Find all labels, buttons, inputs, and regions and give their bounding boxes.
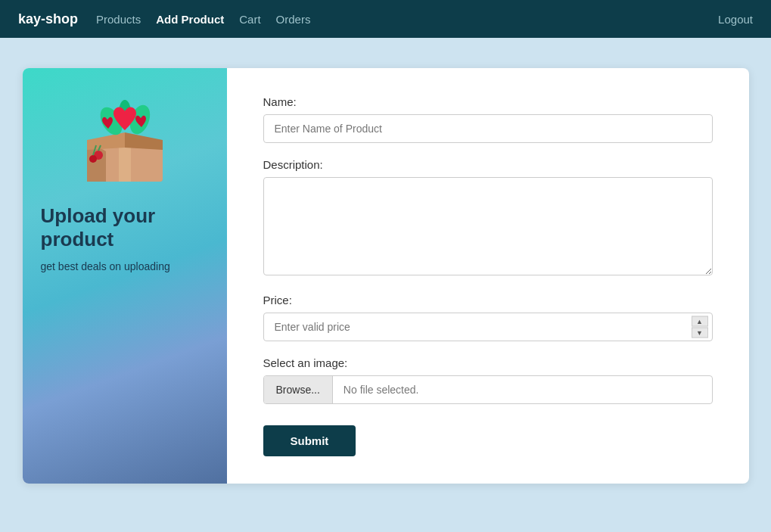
logout-link[interactable]: Logout — [718, 13, 753, 26]
file-input-wrapper: Browse... No file selected. — [263, 375, 713, 404]
description-label: Description: — [263, 158, 713, 171]
browse-button[interactable]: Browse... — [264, 376, 333, 403]
price-input[interactable] — [263, 313, 713, 341]
product-card: Upload your product get best deals on up… — [23, 68, 749, 484]
nav-add-product[interactable]: Add Product — [156, 13, 224, 26]
nav-links: Products Add Product Cart Orders — [96, 13, 718, 26]
price-spinner: ▲ ▼ — [692, 316, 708, 338]
brand-logo: kay-shop — [18, 11, 78, 27]
name-label: Name: — [263, 95, 713, 108]
price-input-wrapper: ▲ ▼ — [263, 313, 713, 341]
form-panel: Name: Description: Price: ▲ ▼ — [227, 68, 749, 484]
submit-button[interactable]: Submit — [263, 425, 356, 456]
main-content: Upload your product get best deals on up… — [0, 38, 771, 514]
navbar: kay-shop Products Add Product Cart Order… — [0, 0, 771, 38]
price-group: Price: ▲ ▼ — [263, 294, 713, 341]
left-panel: Upload your product get best deals on up… — [23, 68, 227, 484]
upload-title: Upload your product — [41, 204, 209, 251]
name-input[interactable] — [263, 114, 713, 143]
product-illustration — [72, 91, 178, 189]
svg-marker-5 — [125, 132, 163, 150]
price-label: Price: — [263, 294, 713, 306]
svg-point-10 — [89, 155, 97, 163]
nav-orders[interactable]: Orders — [276, 13, 311, 26]
price-increment[interactable]: ▲ — [692, 316, 708, 327]
nav-cart[interactable]: Cart — [239, 13, 260, 26]
description-textarea[interactable] — [263, 177, 713, 275]
name-group: Name: — [263, 95, 713, 143]
price-decrement[interactable]: ▼ — [692, 328, 708, 338]
file-name-display: No file selected. — [333, 376, 712, 403]
svg-marker-4 — [87, 132, 125, 150]
image-group: Select an image: Browse... No file selec… — [263, 356, 713, 404]
image-label: Select an image: — [263, 356, 713, 369]
description-group: Description: — [263, 158, 713, 278]
upload-subtitle: get best deals on uploading — [41, 260, 170, 272]
nav-products[interactable]: Products — [96, 13, 141, 26]
